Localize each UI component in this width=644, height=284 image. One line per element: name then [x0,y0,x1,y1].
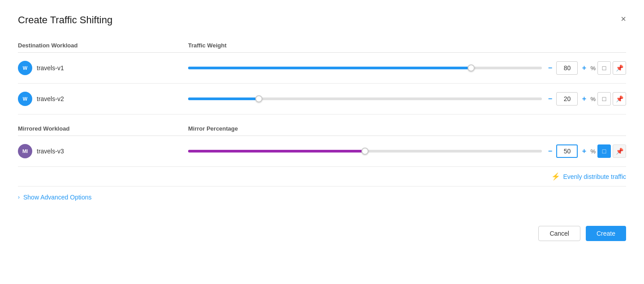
value-input-travels-v1[interactable] [556,61,578,75]
workload-row-travels-v3: MI travels-v3 − + % □ 📌 [18,136,626,167]
pct-label-travels-v1: % [590,65,596,72]
workload-name-travels-v3: travels-v3 [37,148,64,155]
plus-btn-travels-v1[interactable]: + [580,64,588,72]
modal-footer: Cancel Create [18,215,626,241]
value-input-travels-v2[interactable] [556,92,578,106]
slider-controls-travels-v3: − + % □ 📌 [545,144,626,158]
modal-header: Create Traffic Shifting × [18,14,626,26]
workload-label-travels-v1: W travels-v1 [18,61,188,75]
slider-track-travels-v2 [188,97,542,100]
clipboard-icon: □ [602,64,606,72]
workload-row-travels-v2: W travels-v2 − + % □ 📌 [18,84,626,114]
pin-btn-travels-v2[interactable]: 📌 [613,92,626,106]
slider-container-travels-v2: − + % □ 📌 [188,92,626,106]
plus-btn-travels-v2[interactable]: + [580,94,588,103]
destination-header: Destination Workload Traffic Weight [18,38,626,53]
workload-row-travels-v1: W travels-v1 − + % □ 📌 [18,53,626,84]
slider-track-travels-v3 [188,150,542,153]
pin-icon: 📌 [616,64,623,72]
workload-name-travels-v1: travels-v1 [37,64,64,72]
close-button[interactable]: × [621,14,626,23]
pin-btn-travels-v1[interactable]: 📌 [613,61,626,75]
clipboard-icon-v2: □ [602,95,606,102]
destination-col2-header: Traffic Weight [188,42,626,49]
evenly-distribute-button[interactable]: ⚡ Evenly distribute traffic [551,172,626,181]
slider-track-travels-v1 [188,67,542,69]
cancel-button[interactable]: Cancel [538,226,580,241]
minus-btn-travels-v3[interactable]: − [545,147,554,156]
clipboard-btn-travels-v2[interactable]: □ [597,92,611,106]
mirror-section-header: Mirrored Workload Mirror Percentage [18,118,626,136]
pin-icon-v2: 📌 [616,95,623,102]
pct-label-travels-v3: % [590,148,596,155]
workload-name-travels-v2: travels-v2 [37,95,64,102]
workload-label-travels-v3: MI travels-v3 [18,144,188,158]
show-advanced-options-button[interactable]: Show Advanced Options [23,194,92,201]
mirror-col2-header: Mirror Percentage [188,125,626,132]
plus-btn-travels-v3[interactable]: + [580,147,588,156]
avatar-travels-v1: W [18,61,32,75]
minus-btn-travels-v2[interactable]: − [545,94,554,103]
workload-label-travels-v2: W travels-v2 [18,92,188,106]
slider-container-travels-v3: − + % □ 📌 [188,144,626,158]
clipboard-btn-travels-v3[interactable]: □ [597,144,611,158]
minus-btn-travels-v1[interactable]: − [545,64,554,72]
slider-controls-travels-v2: − + % □ 📌 [545,92,626,106]
sliders-icon: ⚡ [551,172,560,181]
create-button[interactable]: Create [586,226,626,241]
avatar-travels-v2: W [18,92,32,106]
expand-arrow-icon[interactable]: › [18,194,20,200]
clipboard-btn-travels-v1[interactable]: □ [597,61,611,75]
slider-container-travels-v1: − + % □ 📌 [188,61,626,75]
pin-icon-v3: 📌 [616,148,623,155]
value-input-travels-v3[interactable] [556,144,578,158]
slider-controls-travels-v1: − + % □ 📌 [545,61,626,75]
pct-label-travels-v2: % [590,96,596,102]
pin-btn-travels-v3[interactable]: 📌 [613,144,626,158]
distribute-row: ⚡ Evenly distribute traffic [18,167,626,187]
create-traffic-shifting-modal: Create Traffic Shifting × Destination Wo… [0,0,644,284]
destination-col1-header: Destination Workload [18,42,188,49]
advanced-options-section: › Show Advanced Options [18,187,626,208]
clipboard-icon-v3: □ [602,148,606,155]
mirror-col1-header: Mirrored Workload [18,125,188,132]
avatar-travels-v3: MI [18,144,32,158]
modal-title: Create Traffic Shifting [18,14,112,26]
